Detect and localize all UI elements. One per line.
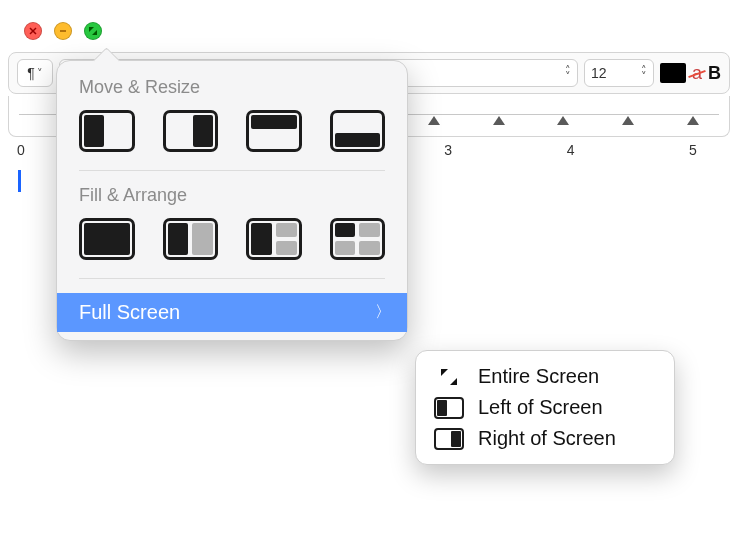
- text-color-swatch[interactable]: [660, 63, 686, 83]
- tile-left-icon: [434, 397, 464, 419]
- menu-item-label: Entire Screen: [478, 365, 599, 388]
- ruler-mark: 4: [567, 142, 575, 158]
- tab-stop-icon[interactable]: [687, 116, 699, 125]
- entire-screen-item[interactable]: Entire Screen: [416, 361, 674, 392]
- full-screen-submenu: Entire Screen Left of Screen Right of Sc…: [415, 350, 675, 465]
- full-screen-label: Full Screen: [79, 301, 180, 324]
- svg-marker-5: [441, 369, 448, 376]
- close-button[interactable]: [24, 22, 42, 40]
- window-tile-popover: Move & Resize Fill & Arrange Full Screen…: [56, 60, 408, 341]
- font-size-value: 12: [591, 65, 607, 81]
- menu-item-label: Right of Screen: [478, 427, 616, 450]
- ruler-mark: 0: [17, 142, 25, 158]
- right-of-screen-item[interactable]: Right of Screen: [416, 423, 674, 454]
- svg-marker-3: [89, 27, 94, 32]
- tile-right-icon: [434, 428, 464, 450]
- svg-marker-4: [92, 30, 97, 35]
- chevron-right-icon: 〉: [375, 302, 391, 323]
- arrange-left-icon[interactable]: [163, 218, 219, 260]
- pilcrow-icon: ¶: [27, 65, 35, 81]
- fill-screen-icon[interactable]: [79, 218, 135, 260]
- tile-bottom-half-icon[interactable]: [330, 110, 386, 152]
- section-label-move-resize: Move & Resize: [57, 77, 407, 98]
- strikethrough-button[interactable]: a: [692, 63, 702, 84]
- ruler-mark: 5: [689, 142, 697, 158]
- window-traffic-lights: [24, 22, 102, 40]
- tile-top-half-icon[interactable]: [246, 110, 302, 152]
- full-screen-menu-item[interactable]: Full Screen 〉: [57, 293, 407, 332]
- bold-button[interactable]: B: [708, 63, 721, 84]
- left-of-screen-item[interactable]: Left of Screen: [416, 392, 674, 423]
- tab-stop-icon[interactable]: [622, 116, 634, 125]
- expand-icon: [434, 366, 464, 388]
- menu-item-label: Left of Screen: [478, 396, 603, 419]
- arrange-quarters-icon[interactable]: [330, 218, 386, 260]
- minimize-button[interactable]: [54, 22, 72, 40]
- tab-stop-icon[interactable]: [428, 116, 440, 125]
- paragraph-style-dropdown[interactable]: ¶ ˅: [17, 59, 53, 87]
- tab-stop-icon[interactable]: [493, 116, 505, 125]
- section-label-fill-arrange: Fill & Arrange: [57, 185, 407, 206]
- tab-stop-icon[interactable]: [557, 116, 569, 125]
- svg-marker-6: [450, 378, 457, 385]
- text-cursor: [18, 170, 21, 192]
- fullscreen-button[interactable]: [84, 22, 102, 40]
- font-size-dropdown[interactable]: 12 ˄˅: [584, 59, 654, 87]
- tile-left-half-icon[interactable]: [79, 110, 135, 152]
- ruler-mark: 3: [444, 142, 452, 158]
- arrange-left-quarters-icon[interactable]: [246, 218, 302, 260]
- tile-right-half-icon[interactable]: [163, 110, 219, 152]
